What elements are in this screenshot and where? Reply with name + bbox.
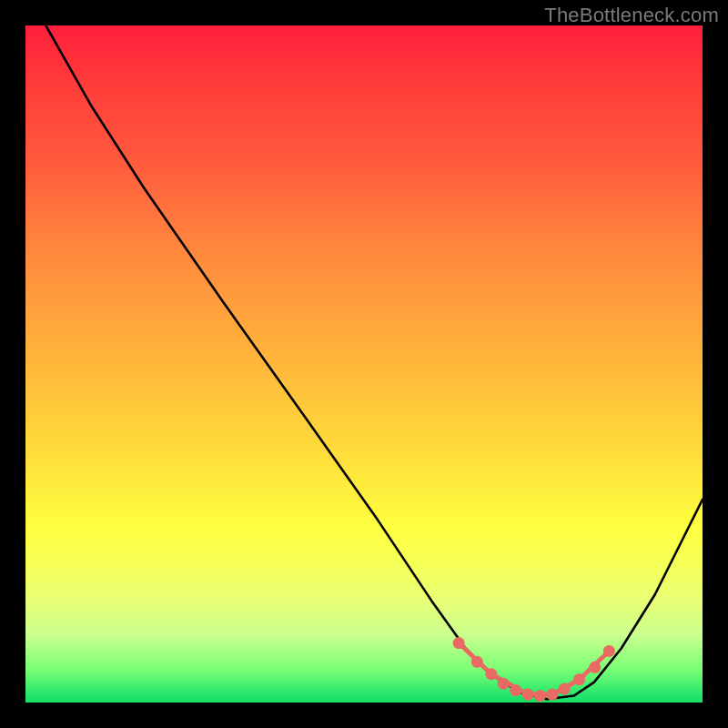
plot-area <box>25 25 703 703</box>
chart-frame: TheBottleneck.com <box>0 0 728 728</box>
marker-dot <box>603 645 615 657</box>
marker-dot <box>534 690 546 702</box>
marker-dot <box>559 683 571 695</box>
marker-dot <box>485 668 497 680</box>
marker-dot <box>589 662 601 673</box>
chart-svg <box>25 25 703 703</box>
main-curve <box>46 25 703 699</box>
marker-dot <box>546 689 558 701</box>
marker-dots <box>453 637 615 702</box>
marker-dot <box>471 656 483 668</box>
marker-dot <box>573 673 585 685</box>
marker-dot <box>498 678 510 690</box>
marker-dot <box>522 689 534 701</box>
marker-dot <box>453 637 465 649</box>
curve-path <box>46 25 703 699</box>
marker-dot <box>510 684 521 696</box>
watermark-text: TheBottleneck.com <box>544 4 719 27</box>
